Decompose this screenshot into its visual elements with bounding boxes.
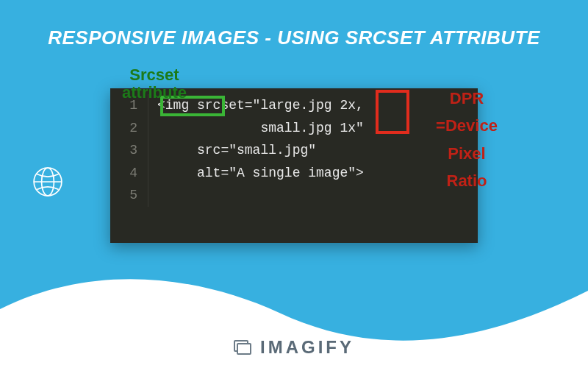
code-content — [148, 184, 157, 207]
code-content: small.jpg 1x" — [148, 117, 364, 140]
code-content: src="small.jpg" — [148, 139, 316, 162]
highlight-dpr — [376, 90, 409, 134]
dpr-label-line: =Device — [412, 112, 522, 139]
brand-text: IMAGIFY — [260, 337, 354, 358]
diagram-canvas: RESPONSIVE IMAGES - USING SRCSET ATTRIBU… — [0, 0, 588, 368]
globe-icon — [32, 166, 63, 197]
brand-stack-icon — [234, 340, 253, 355]
dpr-label-line: Pixel — [412, 140, 522, 167]
srcset-label: Srcset attribute — [103, 66, 206, 102]
dpr-label-line: DPR — [412, 85, 522, 112]
dpr-label-line: Ratio — [412, 167, 522, 194]
brand: IMAGIFY — [0, 337, 588, 358]
line-number: 3 — [110, 139, 148, 162]
line-number: 5 — [110, 184, 148, 207]
line-number: 2 — [110, 117, 148, 140]
diagram-title: RESPONSIVE IMAGES - USING SRCSET ATTRIBU… — [0, 26, 588, 49]
dpr-label: DPR =Device Pixel Ratio — [412, 85, 522, 195]
line-number: 4 — [110, 162, 148, 185]
code-content: alt="A single image"> — [148, 162, 364, 185]
